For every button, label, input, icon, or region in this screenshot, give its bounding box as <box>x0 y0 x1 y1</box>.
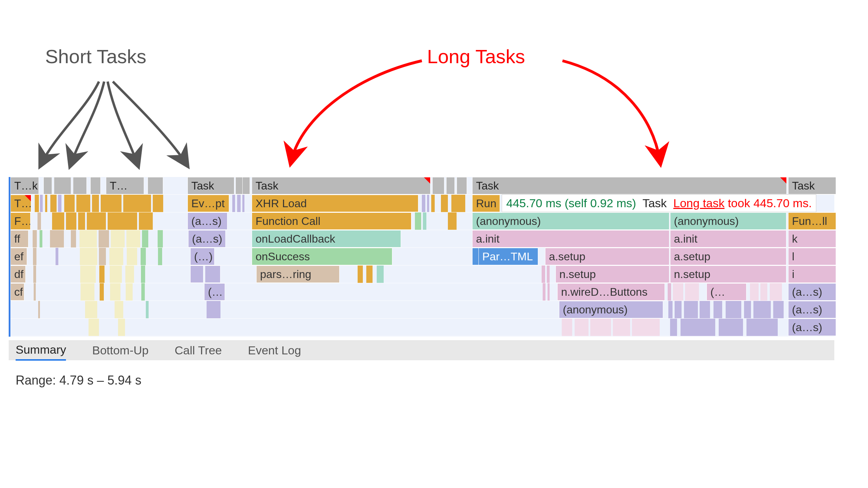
flame-cell[interactable]: (a…s) <box>788 319 836 336</box>
task-cell[interactable] <box>54 177 71 194</box>
short-tasks-label: Short Tasks <box>45 45 147 68</box>
flame-cell[interactable]: n.setup <box>670 266 786 283</box>
flame-cell[interactable]: ef <box>10 248 27 265</box>
flame-cell[interactable]: cf <box>10 283 24 301</box>
flame-row: T…k T… Task Task Task Task <box>10 177 834 195</box>
long-task-indicator-icon <box>780 177 786 184</box>
flame-cell[interactable]: i <box>788 266 836 283</box>
task-cell[interactable] <box>43 177 52 194</box>
flame-cell[interactable]: XHR Load <box>252 195 418 212</box>
tab-summary[interactable]: Summary <box>16 340 66 361</box>
tab-call-tree[interactable]: Call Tree <box>175 341 222 360</box>
flame-row: cf (… n.wireD…Buttons (… (a…s) <box>10 283 834 301</box>
task-cell[interactable]: Task <box>472 177 787 194</box>
task-cell[interactable] <box>446 177 455 194</box>
task-cell[interactable]: Task <box>252 177 431 194</box>
flame-cell[interactable]: F…l <box>10 212 31 230</box>
task-cell[interactable] <box>242 177 250 194</box>
tab-event-log[interactable]: Event Log <box>248 341 301 360</box>
flame-cell[interactable]: (anonymous) <box>559 301 663 318</box>
long-task-indicator-icon <box>424 177 430 184</box>
task-cell[interactable]: Task <box>788 177 836 194</box>
task-cell[interactable] <box>235 177 243 194</box>
flame-cell[interactable]: a.setup <box>545 248 669 265</box>
flame-cell[interactable]: (… <box>707 283 746 301</box>
task-tooltip: 445.70 ms (self 0.92 ms) Task Long task … <box>502 194 816 212</box>
task-cell[interactable]: T…k <box>10 177 39 194</box>
flame-cell[interactable]: onLoadCallback <box>252 230 401 247</box>
flame-cell[interactable]: n.wireD…Buttons <box>557 283 665 301</box>
flame-cell[interactable]: a.init <box>670 230 786 247</box>
task-cell[interactable] <box>432 177 444 194</box>
task-cell[interactable] <box>73 177 87 194</box>
flame-cell[interactable]: a.init <box>472 230 669 247</box>
flame-cell[interactable] <box>205 266 220 283</box>
flame-cell[interactable]: n.setup <box>556 266 669 283</box>
flame-cell[interactable]: l <box>788 248 836 265</box>
flame-cell[interactable]: k <box>788 230 836 247</box>
flame-cell[interactable]: a.setup <box>670 248 786 265</box>
flame-cell[interactable]: (a…s) <box>788 283 836 301</box>
task-cell[interactable]: Task <box>187 177 234 194</box>
task-cell[interactable] <box>457 177 467 194</box>
flame-row: df pars…ring n.setup n.setup i <box>10 266 834 283</box>
tooltip-took: took 445.70 ms. <box>728 196 812 210</box>
task-cell[interactable] <box>90 177 101 194</box>
flame-cell[interactable]: T…d <box>10 195 31 212</box>
flame-cell[interactable]: (anonymous) <box>670 212 786 230</box>
flame-cell[interactable]: Function Call <box>252 212 411 230</box>
flame-cell[interactable]: (… <box>204 283 225 301</box>
flame-cell[interactable]: onSuccess <box>252 248 392 265</box>
tooltip-time: 445.70 ms (self 0.92 ms) <box>506 196 636 210</box>
range-text: Range: 4.79 s – 5.94 s <box>16 373 141 388</box>
tab-bottom-up[interactable]: Bottom-Up <box>92 341 149 360</box>
flame-row: ff (a…s) onLoadCallback a.init a.init k <box>10 230 834 248</box>
flame-row: (anonymous) (a…s) <box>10 301 834 319</box>
flame-cell[interactable]: ff <box>10 230 28 247</box>
tooltip-task: Task <box>642 196 667 210</box>
flame-cell[interactable] <box>190 266 203 283</box>
tooltip-long-task-link[interactable]: Long task <box>673 196 724 210</box>
long-tasks-label: Long Tasks <box>427 45 525 68</box>
flame-cell[interactable]: (a…s) <box>788 301 836 318</box>
flame-cell[interactable]: Par…TML <box>478 248 538 265</box>
flame-cell[interactable]: (anonymous) <box>472 212 669 230</box>
long-task-indicator-icon <box>25 195 31 201</box>
flame-cell[interactable]: Run <box>472 195 500 212</box>
details-tabs: Summary Bottom-Up Call Tree Event Log <box>9 340 834 360</box>
flame-row: ef (…) onSuccess Par…TML a.setup a.setup… <box>10 248 834 266</box>
task-cell[interactable] <box>148 177 163 194</box>
flame-row: F…l (a…s) Function Call (anonymous) (ano… <box>10 212 834 230</box>
task-cell[interactable]: T… <box>106 177 144 194</box>
flame-cell[interactable]: df <box>10 266 26 283</box>
flame-cell[interactable]: pars…ring <box>256 266 340 283</box>
flame-cell[interactable]: (a…s) <box>188 230 226 247</box>
flame-cell[interactable]: (…) <box>190 248 215 265</box>
flame-cell[interactable]: Ev…pt <box>187 195 229 212</box>
flame-cell[interactable]: Fun…ll <box>788 212 836 230</box>
flame-cell[interactable]: (a…s) <box>187 212 227 230</box>
flame-row: (a…s) <box>10 319 834 336</box>
